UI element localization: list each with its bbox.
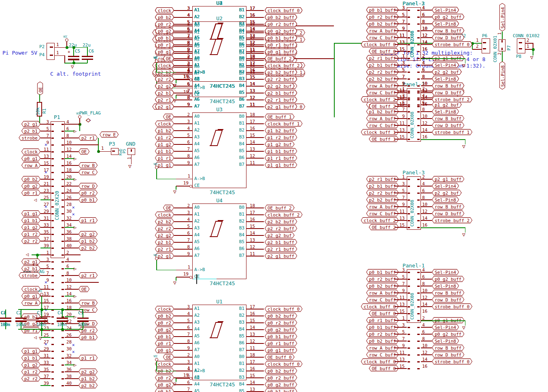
net-label[interactable]: strobe_buff_2 xyxy=(432,96,472,102)
net-label[interactable]: p0_g1_buff xyxy=(265,49,297,55)
net-label[interactable]: p0_g2_buff xyxy=(265,28,297,34)
net-label[interactable]: p1_b2 xyxy=(79,238,98,244)
net-label[interactable]: row_B_buff xyxy=(432,28,464,34)
capacitor[interactable]: C3 100n xyxy=(36,309,47,331)
net-label[interactable]: p0_g1_buff xyxy=(265,347,297,353)
net-label[interactable]: p2_r1 xyxy=(79,272,98,278)
net-label[interactable]: p2_g2_buf xyxy=(265,232,295,238)
ic-74hct245[interactable]: U4 74HCT245 OE 2 A0 clock 3 A1 p2 xyxy=(154,197,324,290)
net-label[interactable]: row_B_buff xyxy=(432,203,464,210)
net-label[interactable]: p2_b2_buff xyxy=(265,69,297,75)
net-label[interactable]: clock_buff_0 xyxy=(265,361,302,367)
net-label-oe[interactable]: OE xyxy=(37,82,43,95)
net-label[interactable]: strobe_buff_0 xyxy=(432,41,472,47)
net-label[interactable]: OE_buff_1 xyxy=(265,114,295,120)
net-label[interactable]: OE_buff_2 xyxy=(265,55,295,61)
net-label[interactable]: row_D_buff xyxy=(432,89,464,95)
capacitor[interactable]: C2 100n xyxy=(15,309,27,331)
net-label[interactable]: p0_g2_buff xyxy=(432,276,464,282)
net-label[interactable]: p0_b1 xyxy=(79,197,98,203)
net-label[interactable]: p0_g2_buff xyxy=(265,326,297,333)
net-label[interactable]: row_D_buff xyxy=(432,352,464,358)
net-label[interactable]: p0_b2_buff xyxy=(265,14,297,20)
capacitor[interactable]: C1 100n xyxy=(77,309,89,331)
net-label[interactable]: p1_g2_buf xyxy=(265,141,295,147)
net-label[interactable]: p2_b1_buff xyxy=(265,90,297,96)
net-label[interactable]: p2_g2 xyxy=(79,369,98,375)
net-label[interactable]: Sel-Pin4 xyxy=(432,324,459,330)
net-label[interactable]: p2_g2_buf xyxy=(432,190,462,196)
ic-74hct245[interactable]: U1 74HCT245 clock 3 A1 p0_b2 4 A2 xyxy=(154,299,324,391)
net-label[interactable]: p2_g2_buf xyxy=(432,69,462,75)
ic-74hct245[interactable]: U4 74HCT245 clock 3 A1 p0_b2 4 A2 xyxy=(154,0,324,92)
net-label[interactable]: p2_g1_buff xyxy=(432,176,464,182)
net-label[interactable]: OE xyxy=(79,286,89,292)
net-label[interactable]: p2_b1_buff xyxy=(265,239,297,245)
net-label[interactable]: row_D_buff xyxy=(432,210,464,216)
net-label[interactable]: p2_r1_buff xyxy=(265,97,297,103)
net-label[interactable]: row_D_buff xyxy=(432,297,464,303)
net-label[interactable]: p0_r1_buff xyxy=(265,42,297,48)
net-label[interactable]: p1_g1_buff xyxy=(265,162,297,168)
net-label[interactable]: row_D_buff xyxy=(432,34,464,40)
net-label[interactable]: row_B_buff xyxy=(432,290,464,296)
net-label[interactable]: p2_g1_buff xyxy=(265,253,297,259)
capacitor-plate[interactable] xyxy=(82,56,93,57)
ic-74hct245[interactable]: U3 74HCT245 OE 2 A0 clock 3 A1 p1 xyxy=(154,106,324,199)
net-label[interactable]: p0_g2_buff xyxy=(432,14,464,20)
net-label[interactable]: p0_g2_buff xyxy=(265,381,297,388)
net-label[interactable]: Sel-Pin4 xyxy=(432,7,459,13)
net-label[interactable]: p0_r1_buff xyxy=(265,340,297,346)
net-label-sel-pin4[interactable]: Sel-Pin4 xyxy=(499,3,506,32)
connector-p1[interactable]: CONN_02X20 p2_g1 3 4 p2_b1 5 xyxy=(16,121,138,269)
net-label[interactable]: p1_b2 xyxy=(79,375,98,381)
net-label[interactable]: clock_buff_2 xyxy=(265,212,302,218)
net-label[interactable]: p0_r2_buff xyxy=(265,375,297,381)
net-label[interactable]: Sel-Pin8 xyxy=(432,197,459,203)
net-label[interactable]: p2_r1 xyxy=(79,135,98,141)
net-label[interactable]: p0_b1_buff xyxy=(265,35,297,41)
net-label[interactable]: p2_r2_buff xyxy=(265,225,297,231)
net-label[interactable]: strobe_buff_2 xyxy=(432,217,472,223)
capacitor[interactable]: C4 100n xyxy=(0,309,11,331)
connector-p8-body[interactable] xyxy=(517,38,525,53)
net-label[interactable]: Sel-Pin4 xyxy=(432,62,459,68)
net-label[interactable]: p0_r2_buff xyxy=(265,21,297,27)
panel-connector[interactable]: Panel-3 CONN_02X08 p2_r1_buff 1 2 p2_g1_… xyxy=(360,169,482,242)
net-label[interactable]: p1_b2_buff xyxy=(265,127,297,133)
net-label[interactable]: p2_g2 xyxy=(79,231,98,237)
net-label[interactable]: Sel-Pin4 xyxy=(432,269,459,275)
net-label[interactable]: p0_b1_buff xyxy=(265,333,297,339)
net-label[interactable]: row_D_buff xyxy=(432,122,464,128)
net-label[interactable]: p2_r1_buff xyxy=(265,246,297,252)
net-label-sel-pin8[interactable]: Sel-Pin8 xyxy=(499,61,506,90)
net-label[interactable]: OE_buff_0 xyxy=(265,354,295,360)
net-label[interactable]: p2_b2 xyxy=(79,382,98,388)
net-label[interactable]: p2_b2 xyxy=(79,245,98,251)
net-label[interactable]: clock_buff_1 xyxy=(265,121,302,127)
net-label[interactable]: p0_b1 xyxy=(79,334,98,340)
net-label[interactable]: row_B xyxy=(79,162,98,168)
net-label[interactable]: p0_r2 xyxy=(79,190,98,196)
net-label[interactable]: p0_g2_buff xyxy=(432,331,464,337)
net-label[interactable]: p2_r2_buff xyxy=(265,76,297,82)
net-label[interactable]: row_D xyxy=(79,183,98,189)
net-label[interactable]: p0_b1_buff xyxy=(265,388,297,392)
net-label[interactable]: p1_b1_buff xyxy=(265,148,297,154)
net-label[interactable]: clock_buff_2 xyxy=(265,62,302,68)
net-label[interactable]: p1_r1_buff xyxy=(265,155,297,161)
net-label[interactable]: clock_buff_0 xyxy=(265,7,302,13)
net-label[interactable]: p1_r1 xyxy=(79,355,98,361)
net-label[interactable]: row_C xyxy=(79,169,98,175)
kicad-schematic-canvas[interactable]: Pi Power 5V P2 P4 1 1 VCC + 22u C5 22u C… xyxy=(0,0,548,392)
net-label[interactable]: strobe_buff_1 xyxy=(432,129,472,135)
net-label[interactable]: row_B_buff xyxy=(432,115,464,121)
net-label[interactable]: Sel-Pin8 xyxy=(432,21,459,27)
net-label[interactable]: row_B_buff xyxy=(432,345,464,351)
net-label[interactable]: strobe_buff_0 xyxy=(432,303,472,309)
net-label[interactable]: p0_r2_buff xyxy=(265,320,297,326)
net-label[interactable]: row_B_buff xyxy=(432,83,464,89)
net-label[interactable]: p1_r2_buff xyxy=(265,134,297,140)
panel-connector[interactable]: Panel-3 CONN_02X08 p0_b1_buff 3 4 Sel-Pi… xyxy=(360,0,482,73)
net-label[interactable]: p1_r1 xyxy=(79,217,98,223)
